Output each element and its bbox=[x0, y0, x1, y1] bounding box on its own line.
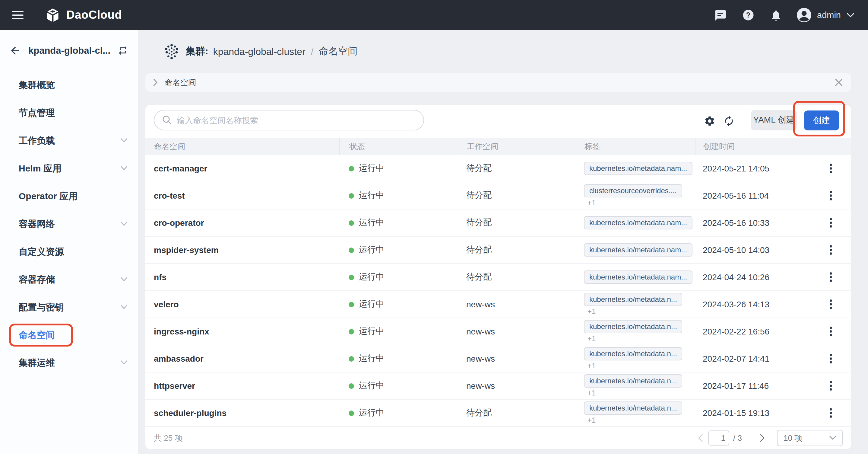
sidebar-menu: 集群概览 节点管理 工作负载 Helm 应用 Operator 应用 bbox=[0, 71, 138, 377]
table-row[interactable]: ambassador 运行中 new-ws kubernetes.io/meta… bbox=[145, 345, 851, 372]
status-cell: 运行中 bbox=[339, 272, 457, 283]
page-size-select[interactable]: 10 项 bbox=[777, 430, 843, 446]
breadcrumb-cluster[interactable]: kpanda-global-cluster bbox=[213, 46, 306, 57]
table-row[interactable]: cro-operator 运行中 待分配 kubernetes.io/metad… bbox=[145, 209, 851, 237]
user-menu[interactable]: admin bbox=[796, 7, 855, 23]
search-box bbox=[154, 110, 424, 131]
sidebar-item-7[interactable]: 容器存储 bbox=[0, 266, 138, 293]
avatar-icon bbox=[796, 7, 812, 23]
help-icon[interactable]: ? bbox=[742, 9, 754, 22]
total-count: 共 25 项 bbox=[154, 432, 183, 444]
table-row[interactable]: mspider-system 运行中 待分配 kubernetes.io/met… bbox=[145, 237, 851, 264]
status-cell: 运行中 bbox=[339, 190, 457, 201]
sidebar-item-9[interactable]: 命名空间 bbox=[0, 321, 138, 349]
sidebar-item-label: 工作负载 bbox=[19, 135, 121, 146]
sidebar-item-0[interactable]: 集群概览 bbox=[0, 71, 138, 99]
workspace-cell: new-ws bbox=[457, 327, 577, 336]
refresh-icon[interactable] bbox=[723, 115, 735, 127]
created-cell: 2024-05-16 11:04 bbox=[695, 191, 811, 200]
breadcrumb-prefix: 集群: bbox=[186, 45, 208, 58]
sidebar-item-label: 容器存储 bbox=[19, 274, 121, 285]
kebab-menu-icon[interactable] bbox=[828, 297, 835, 312]
status-text: 运行中 bbox=[359, 245, 384, 255]
page-tab-bar[interactable]: 命名空间 bbox=[145, 73, 851, 92]
sidebar-item-3[interactable]: Helm 应用 bbox=[0, 154, 138, 182]
sidebar-item-8[interactable]: 配置与密钥 bbox=[0, 293, 138, 321]
switch-cluster-icon[interactable] bbox=[118, 45, 128, 56]
namespace-name[interactable]: ambassador bbox=[145, 354, 339, 364]
labels-cell: kubernetes.io/metadata.n... +1 bbox=[577, 374, 695, 397]
pagination: / 3 10 项 bbox=[698, 430, 843, 446]
chevron-down-icon bbox=[121, 277, 127, 282]
namespace-name[interactable]: cert-manager bbox=[145, 164, 339, 173]
prev-page-icon[interactable] bbox=[698, 434, 703, 442]
menu-toggle-icon[interactable] bbox=[12, 10, 24, 20]
table-footer: 共 25 项 / 3 10 项 bbox=[145, 427, 851, 449]
label-chip: kubernetes.io/metadata.nam... bbox=[584, 271, 692, 284]
table-row[interactable]: scheduler-plugins 运行中 待分配 kubernetes.io/… bbox=[145, 400, 851, 427]
namespace-name[interactable]: nfs bbox=[145, 272, 339, 282]
kebab-menu-icon[interactable] bbox=[828, 324, 835, 339]
page-number-input[interactable] bbox=[708, 430, 729, 446]
gear-icon[interactable] bbox=[704, 115, 715, 127]
label-extra-count: +1 bbox=[588, 199, 596, 207]
table-row[interactable]: cert-manager 运行中 待分配 kubernetes.io/metad… bbox=[145, 155, 851, 182]
sidebar-item-label: 节点管理 bbox=[19, 107, 127, 119]
kebab-menu-icon[interactable] bbox=[828, 189, 835, 203]
sidebar-item-5[interactable]: 容器网络 bbox=[0, 210, 138, 238]
kebab-menu-icon[interactable] bbox=[828, 243, 835, 257]
table-row[interactable]: cro-test 运行中 待分配 clusterresourceoverride… bbox=[145, 182, 851, 209]
namespace-name[interactable]: cro-operator bbox=[145, 218, 339, 228]
next-page-icon[interactable] bbox=[760, 434, 765, 442]
sidebar-item-2[interactable]: 工作负载 bbox=[0, 127, 138, 154]
message-icon[interactable] bbox=[714, 9, 726, 22]
kebab-menu-icon[interactable] bbox=[828, 352, 835, 366]
topbar-actions: ? admin bbox=[714, 7, 855, 23]
column-header-workspace: 工作空间 bbox=[457, 138, 577, 155]
bell-icon[interactable] bbox=[769, 9, 782, 22]
created-cell: 2024-04-24 10:26 bbox=[695, 272, 811, 282]
sidebar-item-label: Operator 应用 bbox=[19, 191, 127, 202]
column-header-namespace: 命名空间 bbox=[145, 138, 339, 155]
close-icon[interactable] bbox=[835, 79, 843, 86]
chevron-down-icon bbox=[121, 166, 127, 171]
sidebar-item-6[interactable]: 自定义资源 bbox=[0, 238, 138, 266]
brand: DaoCloud bbox=[44, 7, 122, 23]
sidebar-item-label: Helm 应用 bbox=[19, 163, 121, 174]
kebab-menu-icon[interactable] bbox=[828, 270, 835, 284]
namespace-name[interactable]: mspider-system bbox=[145, 245, 339, 255]
namespace-name[interactable]: cro-test bbox=[145, 191, 339, 200]
namespace-name[interactable]: scheduler-plugins bbox=[145, 408, 339, 418]
table-row[interactable]: ingress-nginx 运行中 new-ws kubernetes.io/m… bbox=[145, 318, 851, 345]
chevron-down-icon bbox=[829, 436, 836, 440]
table-row[interactable]: httpserver 运行中 new-ws kubernetes.io/meta… bbox=[145, 372, 851, 400]
chevron-right-icon bbox=[153, 79, 158, 86]
back-arrow-icon[interactable] bbox=[9, 45, 21, 56]
search-input[interactable] bbox=[177, 116, 415, 125]
table-row[interactable]: nfs 运行中 待分配 kubernetes.io/metadata.nam..… bbox=[145, 264, 851, 291]
sidebar: kpanda-global-cl... 集群概览 节点管理 工作负载 bbox=[0, 30, 139, 454]
status-text: 运行中 bbox=[359, 353, 384, 364]
kebab-menu-icon[interactable] bbox=[828, 406, 835, 420]
kebab-menu-icon[interactable] bbox=[828, 162, 835, 176]
username: admin bbox=[817, 10, 841, 20]
workspace-cell: new-ws bbox=[457, 354, 577, 364]
yaml-create-button[interactable]: YAML 创建 bbox=[751, 110, 797, 131]
status-cell: 运行中 bbox=[339, 299, 457, 310]
kebab-menu-icon[interactable] bbox=[828, 216, 835, 230]
namespace-name[interactable]: httpserver bbox=[145, 381, 339, 391]
create-button[interactable]: 创建 bbox=[804, 111, 839, 131]
page-size-value: 10 项 bbox=[783, 432, 802, 444]
main-content: 集群: kpanda-global-cluster / 命名空间 命名空间 bbox=[139, 30, 868, 454]
namespace-name[interactable]: velero bbox=[145, 300, 339, 309]
sidebar-item-1[interactable]: 节点管理 bbox=[0, 99, 138, 127]
sidebar-item-10[interactable]: 集群运维 bbox=[0, 349, 138, 377]
namespace-name[interactable]: ingress-nginx bbox=[145, 327, 339, 336]
sidebar-item-4[interactable]: Operator 应用 bbox=[0, 182, 138, 210]
sidebar-item-label: 配置与密钥 bbox=[19, 302, 121, 313]
table-row[interactable]: velero 运行中 new-ws kubernetes.io/metadata… bbox=[145, 291, 851, 318]
column-header-created: 创建时间 bbox=[695, 138, 811, 155]
status-cell: 运行中 bbox=[339, 163, 457, 174]
breadcrumb-current: 命名空间 bbox=[319, 45, 358, 58]
kebab-menu-icon[interactable] bbox=[828, 379, 835, 393]
